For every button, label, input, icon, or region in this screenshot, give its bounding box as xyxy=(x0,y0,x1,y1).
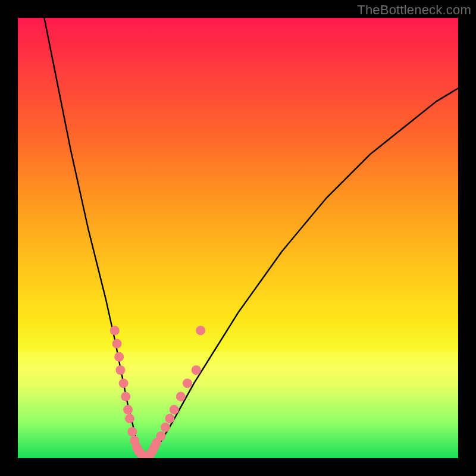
data-dot xyxy=(165,414,174,423)
data-dot xyxy=(127,427,137,437)
dots-layer xyxy=(110,325,205,458)
plot-area xyxy=(18,18,458,458)
bottleneck-curve xyxy=(44,18,458,458)
chart-frame: TheBottleneck.com xyxy=(0,0,476,476)
data-dot xyxy=(119,378,129,388)
data-dot xyxy=(115,365,125,375)
data-dot xyxy=(110,325,120,335)
data-dot xyxy=(121,392,130,401)
watermark-text: TheBottleneck.com xyxy=(357,2,471,18)
data-dot xyxy=(192,365,201,375)
data-dot xyxy=(176,392,186,401)
data-dot xyxy=(112,339,122,349)
data-dot xyxy=(183,378,192,388)
data-dot xyxy=(161,422,170,432)
data-dot xyxy=(156,431,166,441)
data-dot xyxy=(170,405,179,415)
data-dot xyxy=(114,352,124,362)
curve-layer xyxy=(44,18,458,458)
data-dot xyxy=(123,405,133,415)
data-dot xyxy=(125,414,134,423)
data-dot xyxy=(196,325,205,335)
chart-svg xyxy=(18,18,458,458)
